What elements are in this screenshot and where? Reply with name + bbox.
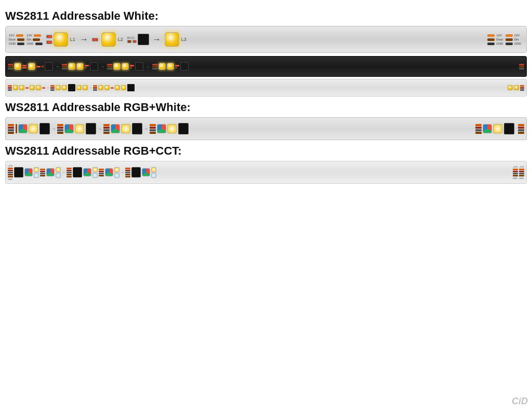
led-rgbcct-rgb-3 <box>83 168 91 176</box>
led-rgb-3 <box>111 124 120 133</box>
watermark: CiD <box>512 396 528 407</box>
pad-gnd-left2 <box>35 43 43 45</box>
strip-cell-r1 <box>90 38 100 42</box>
led-black-3 <box>68 63 75 70</box>
label-12v-l2: 12V <box>26 34 32 37</box>
cap-c2 <box>127 40 131 43</box>
led-2 <box>101 32 116 47</box>
pad-red-b3 <box>62 64 67 65</box>
led-thin-10 <box>104 85 110 90</box>
pad-red-b1 <box>8 64 13 65</box>
arrow-black-2: → <box>101 65 104 68</box>
ic-thin-1 <box>68 84 75 91</box>
pad-12v-left <box>16 34 23 37</box>
led-thin-13 <box>508 85 513 90</box>
label-din-r2: Din <box>514 38 519 41</box>
rgbw-grp-5 <box>475 124 502 134</box>
led-rgb-1 <box>18 124 28 133</box>
cap-b1 <box>42 65 44 67</box>
arrow-rgbw-2: → <box>98 127 102 131</box>
strip-white-large-wrapper: 12V Dout GND 12V <box>5 26 527 53</box>
rgbcct-content: +12V GND <box>8 165 524 181</box>
led-white-5 <box>493 124 502 133</box>
led-white-1 <box>29 124 38 133</box>
strip-cell-1: L1 <box>45 32 78 47</box>
strip-rgbw: → → <box>5 117 527 140</box>
pad-gnd-left <box>17 43 24 45</box>
ic-black-2 <box>90 62 98 71</box>
arrow-black-1: → <box>56 65 59 68</box>
rgbcct-pads-4 <box>99 169 104 176</box>
ic-rgbw-2 <box>86 123 96 134</box>
r4c2-group: R4 C2 <box>127 36 137 43</box>
arrow-2: → <box>153 35 161 44</box>
led-black-1 <box>14 63 21 70</box>
led-thin-7 <box>76 85 82 90</box>
thin-strip-content: → → <box>8 84 524 91</box>
strip-white-large: 12V Dout GND 12V <box>5 26 527 53</box>
led-rgb-2 <box>64 124 74 133</box>
pad-blk-b3 <box>62 68 67 70</box>
section-white-title: WS2811 Addressable White: <box>5 9 527 23</box>
ic-rgbcct-2 <box>73 167 82 177</box>
pad-gnd-right2 <box>506 43 513 45</box>
rgbw-grp-4 <box>150 124 177 134</box>
res-r4 <box>132 40 137 43</box>
label-gnd-r: GND <box>496 42 503 45</box>
pad-din-left2 <box>33 38 40 41</box>
pad-brown-b1 <box>8 66 13 67</box>
ic-rgbw-1 <box>39 123 50 134</box>
led-thin-6 <box>62 85 67 90</box>
label-r4c2: R4 C2 <box>127 36 137 39</box>
strip-cell-2: L2 <box>100 32 126 47</box>
led-cct-cool-3 <box>92 173 98 178</box>
strip-cell-3: L3 <box>163 32 189 47</box>
led-1 <box>54 32 68 47</box>
strip-white-thin: → → <box>5 79 527 97</box>
led-thin-5 <box>56 85 61 90</box>
pad-12v-right <box>487 34 495 37</box>
arrow-1: → <box>80 35 88 44</box>
led-thin-12 <box>121 85 126 90</box>
label-l3: L3 <box>181 37 187 42</box>
led-black-7 <box>158 63 166 70</box>
ic-chip-1 <box>138 34 149 45</box>
led-white-2 <box>75 124 84 133</box>
res-b2 <box>22 67 26 68</box>
arrow-black-3: → <box>146 65 150 68</box>
led-thin-3 <box>30 85 35 90</box>
label-12v-l: 12V <box>9 34 15 37</box>
led-thin-8 <box>83 85 88 90</box>
label-12v-r: 12V <box>496 34 502 37</box>
led-rgb-5 <box>483 124 492 133</box>
black-seg-3 <box>62 62 98 71</box>
rgbcct-right-pads-2: +12V GND <box>519 166 524 180</box>
black-seg-5 <box>152 62 189 71</box>
label-12v-r2: 12V <box>514 34 520 37</box>
comp-1 <box>16 124 17 133</box>
black-strip-content: → <box>8 62 524 71</box>
black-seg-4 <box>107 62 143 71</box>
arrow-rgbw-3: → <box>144 127 148 131</box>
led-thin-14 <box>514 85 519 90</box>
led-white-4 <box>167 124 177 133</box>
rgbcct-pads-5 <box>125 168 130 177</box>
ic-rgbw-4 <box>178 123 189 134</box>
led-rgb-4 <box>157 124 166 133</box>
led-thin-2 <box>19 85 24 90</box>
pad-din-right2 <box>506 38 513 41</box>
rgbw-grp-1 <box>16 124 38 133</box>
led-rgbcct-rgb-4 <box>105 168 113 176</box>
rgbw-right-pads <box>518 124 524 134</box>
led-black-4 <box>76 63 84 70</box>
led-rgbcct-rgb-2 <box>46 168 55 176</box>
label-din-l2: Din <box>26 38 31 41</box>
cct-pair-3 <box>92 167 98 178</box>
arrow-rgbw-1: → <box>51 127 56 131</box>
strip-black-wrapper: → <box>5 56 527 77</box>
resistors-1 <box>46 35 52 44</box>
pad-gnd-right <box>487 43 495 45</box>
rgbcct-right-pads-1: +12V GND <box>513 166 518 180</box>
page-container: WS2811 Addressable White: 12V Dout GND <box>0 0 532 411</box>
strip-black: → <box>5 56 527 77</box>
